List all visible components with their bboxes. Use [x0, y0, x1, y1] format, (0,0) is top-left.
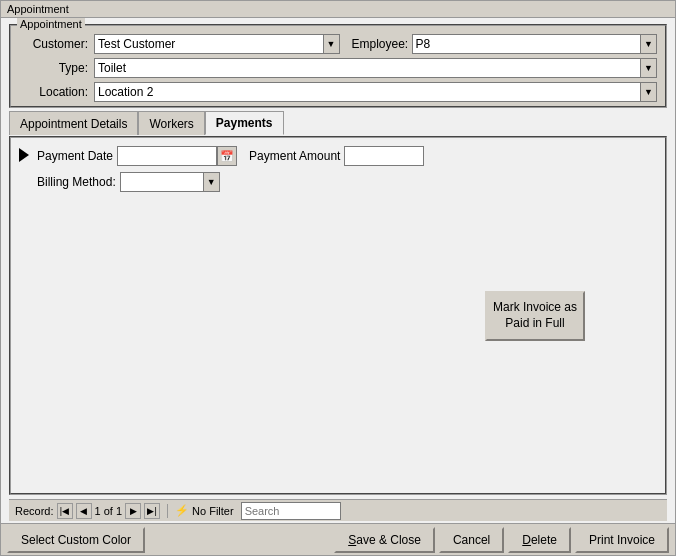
no-filter-label: No Filter [192, 505, 234, 517]
customer-input[interactable]: Test Customer [94, 34, 340, 54]
record-position: 1 of 1 [95, 505, 123, 517]
location-input[interactable]: Location 2 [94, 82, 657, 102]
employee-label: Employee: [352, 37, 412, 51]
type-row: Type: Toilet ▼ [19, 58, 657, 78]
select-custom-color-button[interactable]: Select Custom Color [7, 527, 145, 553]
no-filter-icon: ⚡ [175, 504, 189, 517]
tabs-container: Appointment Details Workers Payments [9, 110, 667, 134]
mark-invoice-paid-button[interactable]: Mark Invoice asPaid in Full [485, 291, 585, 341]
payment-date-label: Payment Date [37, 149, 113, 163]
search-input[interactable] [241, 502, 341, 520]
payment-amount-input[interactable] [344, 146, 424, 166]
customer-label: Customer: [19, 37, 94, 51]
appointment-window: Appointment Appointment Customer: Test C… [0, 0, 676, 556]
location-label: Location: [19, 85, 94, 99]
record-indicator [19, 148, 29, 162]
employee-input[interactable]: P8 [412, 34, 658, 54]
tab-payments[interactable]: Payments [205, 111, 284, 135]
type-label: Type: [19, 61, 94, 75]
billing-method-label: Billing Method: [37, 175, 116, 189]
nav-divider [167, 504, 168, 518]
tabs-row: Appointment Details Workers Payments [9, 110, 667, 134]
billing-method-input[interactable] [120, 172, 220, 192]
last-record-button[interactable]: ▶| [144, 503, 160, 519]
record-nav: Record: |◀ ◀ 1 of 1 ▶ ▶| ⚡ No Filter [9, 499, 667, 521]
next-record-button[interactable]: ▶ [125, 503, 141, 519]
delete-button[interactable]: Delete [508, 527, 571, 553]
prev-record-button[interactable]: ◀ [76, 503, 92, 519]
print-invoice-button[interactable]: Print Invoice [575, 527, 669, 553]
tab-appointment-details[interactable]: Appointment Details [9, 111, 138, 135]
location-row: Location: Location 2 ▼ [19, 82, 657, 102]
type-input[interactable]: Toilet [94, 58, 657, 78]
payment-amount-label: Payment Amount [249, 149, 340, 163]
save-close-button[interactable]: SSave & Closeave & Close [334, 527, 435, 553]
window-title: Appointment [1, 1, 675, 18]
tab-workers[interactable]: Workers [138, 111, 204, 135]
payment-date-amount-row: Payment Date 📅 Payment Amount [37, 146, 657, 166]
record-label: Record: [15, 505, 54, 517]
customer-employee-row: Customer: Test Customer ▼ Employee: P8 ▼ [19, 34, 657, 54]
payment-fields: Payment Date 📅 Payment Amount Billing Me… [37, 146, 657, 192]
calendar-button[interactable]: 📅 [217, 146, 237, 166]
cancel-button[interactable]: Cancel [439, 527, 504, 553]
payments-tab-content: Payment Date 📅 Payment Amount Billing Me… [9, 136, 667, 495]
billing-method-row: Billing Method: ▼ [37, 172, 657, 192]
bottom-toolbar: Select Custom Color SSave & Closeave & C… [1, 523, 675, 555]
payment-date-input[interactable] [117, 146, 217, 166]
first-record-button[interactable]: |◀ [57, 503, 73, 519]
appointment-group-label: Appointment [17, 18, 85, 30]
payments-section: Payment Date 📅 Payment Amount Billing Me… [19, 146, 657, 192]
